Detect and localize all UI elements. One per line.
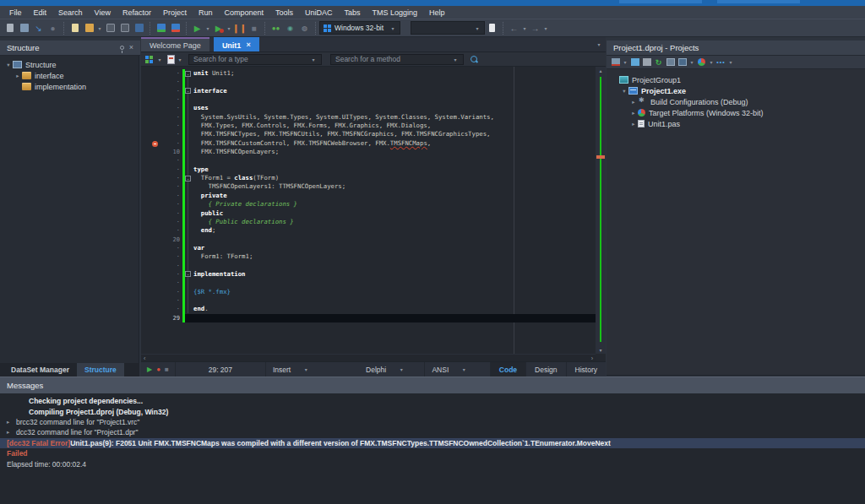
web-icon[interactable]: ● [46,21,60,35]
close-icon[interactable]: × [129,44,133,51]
code-line[interactable]: · { Public declarations } [141,218,596,226]
code-line[interactable]: · [141,78,596,86]
insight-icon[interactable] [485,21,499,35]
dropdown-icon[interactable]: ▾ [688,59,695,65]
tab-list-dropdown-icon[interactable]: ▾ [596,41,602,47]
editor-tab-unit1[interactable]: Unit1× [214,37,259,51]
close-file-icon[interactable] [132,21,146,35]
run-debug-dropdown-icon[interactable]: ▾ [226,25,232,31]
message-row[interactable]: [dcc32 Fatal Error] Unit1.pas(9): F2051 … [0,438,865,448]
chevron-right-icon[interactable]: ▸ [629,99,638,106]
fold-collapse-icon[interactable]: - [185,271,191,277]
target-color-icon[interactable] [696,57,707,68]
code-line[interactable]: · FMX.Types, FMX.Controls, FMX.Forms, FM… [141,122,596,130]
code-line[interactable]: · TMSFNCOpenLayers1: TTMSFNCOpenLayers; [141,182,596,191]
code-line[interactable]: 20 [141,236,596,244]
project-item-unit1-pas[interactable]: ▸Unit1.pas [607,118,865,129]
menu-tools[interactable]: Tools [269,8,299,17]
step-over-icon[interactable]: ●● [269,21,283,35]
code-area[interactable]: ·-unit Unit1;··-interface··uses· System.… [141,67,596,354]
insert-mode-selector[interactable]: Insert▾ [265,362,345,377]
code-line[interactable]: · [141,262,596,270]
code-line[interactable]: ·- TForm1 = class(TForm) [141,174,596,182]
project-item-project1-exe[interactable]: ▾Project1.exe [607,85,865,96]
code-line[interactable]: ·var [141,244,596,252]
search-icon[interactable] [471,56,478,63]
structure-item-interface[interactable]: ▸interface [0,70,139,81]
unit-dropdown-icon[interactable]: ▾ [177,57,183,62]
refresh-icon[interactable]: ↻ [653,57,664,68]
file-list-icon[interactable] [641,57,652,68]
snapshot-icon[interactable] [677,57,688,68]
run-dropdown-icon[interactable]: ▾ [204,25,211,31]
code-line[interactable]: ·-unit Unit1; [141,69,596,78]
chevron-down-icon[interactable]: ▾ [620,88,628,95]
back-dropdown-icon[interactable]: ▾ [521,25,528,31]
language-selector[interactable]: Delphi▾ [359,362,424,377]
dropdown-icon[interactable]: ▾ [727,59,734,65]
ide-search-box[interactable]: ▾ [411,21,485,35]
fold-collapse-icon[interactable]: - [185,176,191,182]
menu-tabs[interactable]: Tabs [339,8,367,17]
menu-unidac[interactable]: UniDAC [299,8,339,17]
code-line[interactable]: ·-interface [141,87,596,95]
build-groups-icon[interactable] [665,57,676,68]
code-line[interactable]: · [141,156,596,165]
project-item-build-configurations-debug[interactable]: ▸Build Configurations (Debug) [607,96,865,107]
form-view-icon[interactable] [145,56,153,63]
dropdown-icon[interactable]: ▾ [708,59,715,65]
new-file-icon[interactable] [68,21,82,35]
code-line[interactable]: ·{$R *.fmx} [141,288,596,296]
record-macro-icon[interactable]: ● [156,366,160,373]
scrollbar-error-marker[interactable] [596,155,605,159]
scroll-left-icon[interactable]: ‹ [144,355,145,361]
fold-collapse-icon[interactable]: - [185,88,191,94]
run-icon[interactable]: ▶ [190,21,204,35]
paste-icon[interactable] [3,21,17,35]
menu-project[interactable]: Project [157,8,193,17]
chevron-down-icon[interactable]: ▾ [4,62,13,68]
code-line[interactable]: · public [141,209,596,218]
expander-icon[interactable]: ▸ [7,419,16,425]
close-tab-icon[interactable]: × [246,41,250,49]
navigate-back-icon[interactable]: ← [507,21,521,35]
code-line[interactable]: · FMX.TMSFNCCustomControl, FMX.TMSFNCWeb… [141,139,596,148]
message-row[interactable]: Compiling Project1.dproj (Debug, Win32) [0,406,865,416]
project-item-target-platforms-windows-32-bit[interactable]: ▸Target Platforms (Windows 32-bit) [607,107,865,118]
view-tab-code[interactable]: Code [490,362,525,377]
view-form-icon[interactable] [168,21,182,35]
search-type-input[interactable]: Search for a type ▾ [188,54,322,65]
code-line[interactable]: 10 FMX.TMSFNCOpenLayers; [141,148,596,156]
message-row[interactable]: ▸brcc32 command line for "Project1.vrc" [0,417,865,427]
code-line[interactable]: ·uses [141,104,596,112]
code-line[interactable]: · System.SysUtils, System.Types, System.… [141,113,596,122]
code-line[interactable]: ·-implementation [141,270,596,279]
code-line[interactable]: · { Private declarations } [141,200,596,209]
chevron-right-icon[interactable]: ▸ [629,110,638,117]
menu-component[interactable]: Component [218,8,269,17]
code-line[interactable]: · [141,296,596,305]
view-unit-icon[interactable] [154,21,168,35]
code-line[interactable]: ·type [141,165,596,174]
chevron-right-icon[interactable]: ▸ [629,121,638,127]
encoding-selector[interactable]: ANSI▾ [424,362,489,377]
pin-icon[interactable] [120,46,124,50]
message-row[interactable]: Failed [0,448,865,458]
menu-run[interactable]: Run [193,8,219,17]
open-folder-icon[interactable] [82,21,96,35]
menu-help[interactable]: Help [423,8,451,17]
code-line[interactable]: · [141,279,596,287]
dropdown-icon[interactable]: ▾ [622,59,628,65]
code-line[interactable]: ·end. [141,305,596,313]
expander-icon[interactable]: ▸ [7,429,16,436]
project-item-projectgroup1[interactable]: ProjectGroup1 [607,74,865,85]
run-until-icon[interactable]: ◍ [297,21,312,35]
menu-tms-logging[interactable]: TMS Logging [367,8,424,17]
project-new-icon[interactable] [610,57,621,68]
chevron-right-icon[interactable]: ▸ [14,73,22,79]
code-line[interactable]: · Form1: TForm1; [141,252,596,261]
code-line[interactable]: · private [141,192,596,200]
view-tab-design[interactable]: Design [525,362,565,377]
open-dropdown-icon[interactable]: ▾ [96,25,103,31]
code-line[interactable]: · end; [141,226,596,235]
